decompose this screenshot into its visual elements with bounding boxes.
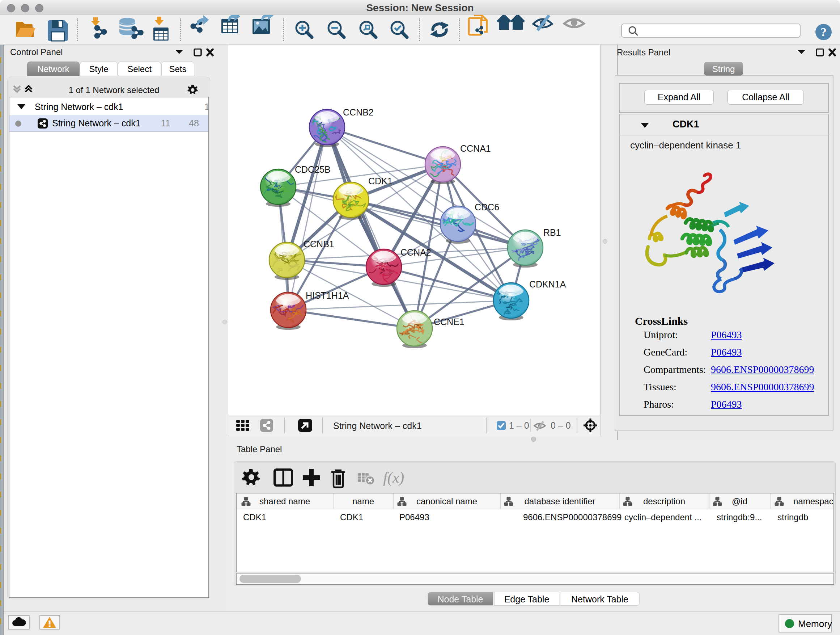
svg-text:HIST1H1A: HIST1H1A: [306, 290, 349, 301]
svg-text:CDC6: CDC6: [475, 202, 499, 212]
svg-text:RB1: RB1: [543, 227, 561, 238]
svg-text:CCNE1: CCNE1: [434, 317, 464, 327]
svg-text:0 – 0: 0 – 0: [551, 420, 571, 431]
svg-text:CCNA1: CCNA1: [460, 143, 491, 154]
svg-text:CCNA2: CCNA2: [401, 247, 431, 257]
svg-text:CDKN1A: CDKN1A: [529, 279, 566, 289]
svg-text:1 – 0: 1 – 0: [509, 420, 529, 431]
svg-text:CDC25B: CDC25B: [295, 165, 331, 174]
svg-text:f(x): f(x): [383, 469, 404, 486]
svg-text:CDK1: CDK1: [368, 176, 393, 186]
svg-text:String Network – cdk1: String Network – cdk1: [333, 421, 422, 431]
svg-text:CCNB2: CCNB2: [343, 107, 374, 117]
svg-text:CCNB1: CCNB1: [303, 239, 334, 249]
